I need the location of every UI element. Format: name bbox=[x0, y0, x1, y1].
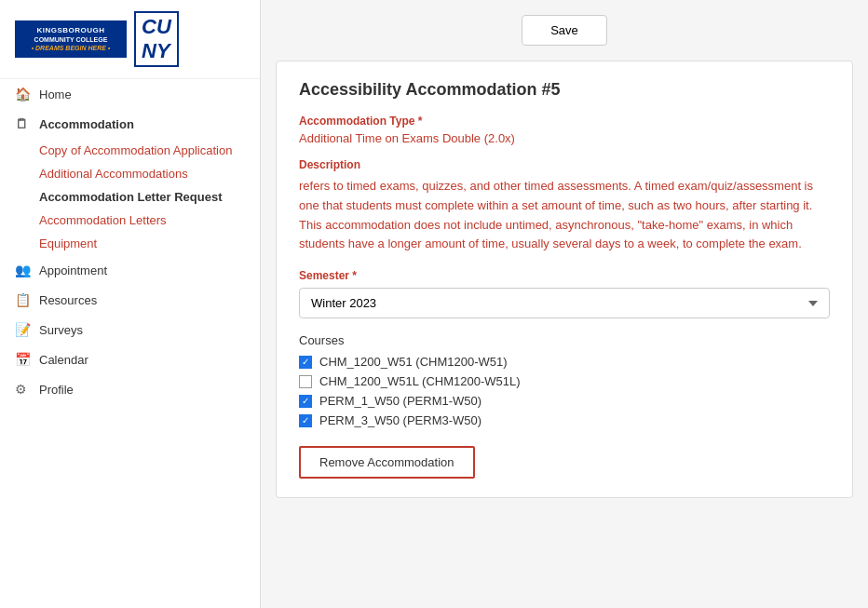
logo-area: KINGSBOROUGH COMMUNITY COLLEGE • DREAMS … bbox=[0, 0, 260, 79]
cuny-logo: CUNY bbox=[134, 11, 179, 67]
course-checkbox-1[interactable]: ✓ bbox=[299, 356, 312, 369]
course-label-3: PERM_1_W50 (PERM1-W50) bbox=[319, 394, 481, 408]
sidebar-sub-letters[interactable]: Accommodation Letters bbox=[0, 209, 260, 232]
sidebar-item-resources[interactable]: 📋 Resources bbox=[0, 285, 260, 315]
course-checkbox-3[interactable]: ✓ bbox=[299, 395, 312, 408]
save-button[interactable]: Save bbox=[522, 15, 607, 46]
description-text: refers to timed exams, quizzes, and othe… bbox=[299, 177, 830, 254]
logo-tagline: • DREAMS BEGIN HERE • bbox=[22, 44, 119, 52]
accommodation-type-value: Additional Time on Exams Double (2.0x) bbox=[299, 131, 830, 145]
sidebar-item-accommodation-label: Accommodation bbox=[39, 117, 134, 131]
accommodation-card: Accessibility Accommodation #5 Accommoda… bbox=[276, 61, 853, 498]
surveys-icon: 📝 bbox=[15, 322, 32, 337]
course-label-1: CHM_1200_W51 (CHM1200-W51) bbox=[319, 355, 508, 369]
sidebar-item-calendar[interactable]: 📅 Calendar bbox=[0, 345, 260, 374]
semester-label: Semester * bbox=[299, 269, 830, 282]
course-checkbox-2[interactable] bbox=[299, 375, 312, 388]
resources-icon: 📋 bbox=[15, 292, 32, 307]
sidebar-item-resources-label: Resources bbox=[39, 293, 97, 307]
course-label-2: CHM_1200_W51L (CHM1200-W51L) bbox=[319, 374, 521, 388]
home-icon: 🏠 bbox=[15, 87, 32, 101]
kingsborough-logo: KINGSBOROUGH COMMUNITY COLLEGE • DREAMS … bbox=[15, 20, 127, 59]
sidebar-item-calendar-label: Calendar bbox=[39, 353, 88, 367]
sidebar-item-home[interactable]: 🏠 Home bbox=[0, 79, 260, 109]
appointment-icon: 👥 bbox=[15, 263, 32, 277]
sidebar-item-profile-label: Profile bbox=[39, 383, 74, 397]
sidebar-item-accommodation[interactable]: 🗒 Accommodation bbox=[0, 109, 260, 139]
card-title: Accessibility Accommodation #5 bbox=[299, 80, 830, 100]
sidebar-item-appointment-label: Appointment bbox=[39, 263, 107, 277]
remove-accommodation-button[interactable]: Remove Accommodation bbox=[299, 446, 475, 479]
course-item-4[interactable]: ✓ PERM_3_W50 (PERM3-W50) bbox=[299, 413, 830, 427]
course-item-2[interactable]: CHM_1200_W51L (CHM1200-W51L) bbox=[299, 374, 830, 388]
sidebar-sub-additional[interactable]: Additional Accommodations bbox=[0, 162, 260, 185]
top-bar: Save bbox=[276, 15, 853, 46]
semester-select[interactable]: Winter 2023 bbox=[299, 288, 830, 318]
course-checkbox-4[interactable]: ✓ bbox=[299, 414, 312, 427]
sidebar: KINGSBOROUGH COMMUNITY COLLEGE • DREAMS … bbox=[0, 0, 261, 608]
sidebar-sub-letter-request[interactable]: Accommodation Letter Request bbox=[0, 185, 260, 209]
course-item-3[interactable]: ✓ PERM_1_W50 (PERM1-W50) bbox=[299, 394, 830, 408]
sidebar-item-appointment[interactable]: 👥 Appointment bbox=[0, 255, 260, 285]
sidebar-sub-copy-app[interactable]: Copy of Accommodation Application bbox=[0, 139, 260, 162]
sidebar-item-home-label: Home bbox=[39, 88, 72, 101]
course-item-1[interactable]: ✓ CHM_1200_W51 (CHM1200-W51) bbox=[299, 355, 830, 369]
accommodation-type-label: Accommodation Type * bbox=[299, 115, 830, 128]
description-label: Description bbox=[299, 158, 830, 171]
sidebar-item-surveys[interactable]: 📝 Surveys bbox=[0, 315, 260, 345]
accommodation-icon: 🗒 bbox=[15, 116, 32, 131]
sidebar-item-profile[interactable]: ⚙ Profile bbox=[0, 374, 260, 404]
calendar-icon: 📅 bbox=[15, 352, 32, 367]
course-label-4: PERM_3_W50 (PERM3-W50) bbox=[319, 413, 481, 427]
profile-icon: ⚙ bbox=[15, 382, 32, 397]
main-content: Save Accessibility Accommodation #5 Acco… bbox=[261, 0, 868, 608]
sidebar-item-surveys-label: Surveys bbox=[39, 323, 83, 337]
courses-label: Courses bbox=[299, 333, 830, 347]
sidebar-sub-equipment[interactable]: Equipment bbox=[0, 232, 260, 255]
remove-btn-wrapper: Remove Accommodation bbox=[299, 446, 830, 479]
